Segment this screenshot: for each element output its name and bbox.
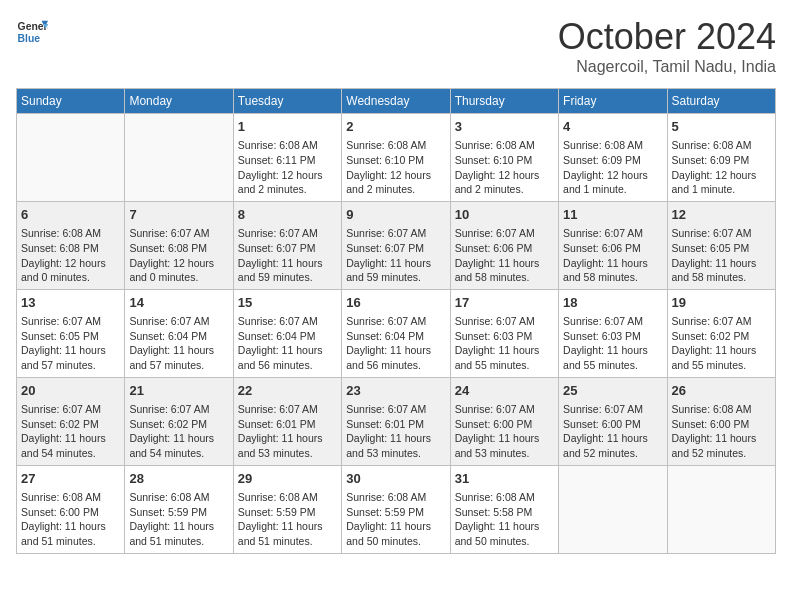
- day-info: and 53 minutes.: [346, 446, 445, 461]
- day-info: and 51 minutes.: [129, 534, 228, 549]
- day-number: 24: [455, 382, 554, 400]
- day-info: Daylight: 11 hours: [129, 519, 228, 534]
- svg-text:Blue: Blue: [18, 33, 41, 44]
- day-info: and 56 minutes.: [238, 358, 337, 373]
- day-info: Daylight: 11 hours: [346, 431, 445, 446]
- day-number: 30: [346, 470, 445, 488]
- day-info: Daylight: 11 hours: [21, 431, 120, 446]
- day-info: Sunset: 6:03 PM: [455, 329, 554, 344]
- day-info: Sunset: 6:04 PM: [238, 329, 337, 344]
- calendar-week-1: 1Sunrise: 6:08 AMSunset: 6:11 PMDaylight…: [17, 114, 776, 202]
- calendar-cell: 5Sunrise: 6:08 AMSunset: 6:09 PMDaylight…: [667, 114, 775, 202]
- weekday-header-tuesday: Tuesday: [233, 89, 341, 114]
- day-info: Daylight: 11 hours: [455, 256, 554, 271]
- day-info: Sunrise: 6:07 AM: [238, 314, 337, 329]
- day-info: Daylight: 12 hours: [346, 168, 445, 183]
- calendar-cell: 27Sunrise: 6:08 AMSunset: 6:00 PMDayligh…: [17, 465, 125, 553]
- day-info: Sunset: 6:09 PM: [563, 153, 662, 168]
- calendar-cell: 18Sunrise: 6:07 AMSunset: 6:03 PMDayligh…: [559, 289, 667, 377]
- day-number: 16: [346, 294, 445, 312]
- day-info: Sunset: 6:01 PM: [238, 417, 337, 432]
- day-number: 9: [346, 206, 445, 224]
- day-info: Daylight: 11 hours: [129, 343, 228, 358]
- day-info: Sunset: 6:10 PM: [455, 153, 554, 168]
- day-info: and 1 minute.: [672, 182, 771, 197]
- day-info: Sunset: 6:06 PM: [563, 241, 662, 256]
- day-info: Sunset: 5:58 PM: [455, 505, 554, 520]
- day-info: and 53 minutes.: [455, 446, 554, 461]
- day-info: and 58 minutes.: [672, 270, 771, 285]
- day-info: Daylight: 12 hours: [129, 256, 228, 271]
- day-info: Sunset: 6:08 PM: [21, 241, 120, 256]
- weekday-header-sunday: Sunday: [17, 89, 125, 114]
- calendar-cell: 24Sunrise: 6:07 AMSunset: 6:00 PMDayligh…: [450, 377, 558, 465]
- day-info: Sunset: 5:59 PM: [238, 505, 337, 520]
- day-info: and 58 minutes.: [455, 270, 554, 285]
- calendar-week-2: 6Sunrise: 6:08 AMSunset: 6:08 PMDaylight…: [17, 201, 776, 289]
- calendar-cell: 23Sunrise: 6:07 AMSunset: 6:01 PMDayligh…: [342, 377, 450, 465]
- day-info: Sunrise: 6:08 AM: [455, 138, 554, 153]
- day-info: Sunrise: 6:07 AM: [563, 226, 662, 241]
- calendar-cell: 14Sunrise: 6:07 AMSunset: 6:04 PMDayligh…: [125, 289, 233, 377]
- day-info: Sunrise: 6:08 AM: [672, 402, 771, 417]
- day-number: 23: [346, 382, 445, 400]
- day-info: Sunrise: 6:08 AM: [21, 226, 120, 241]
- day-info: Sunset: 6:02 PM: [672, 329, 771, 344]
- weekday-header-thursday: Thursday: [450, 89, 558, 114]
- day-info: Sunrise: 6:07 AM: [21, 314, 120, 329]
- day-info: Daylight: 11 hours: [672, 343, 771, 358]
- day-number: 27: [21, 470, 120, 488]
- day-info: and 53 minutes.: [238, 446, 337, 461]
- day-info: and 54 minutes.: [129, 446, 228, 461]
- day-info: and 52 minutes.: [672, 446, 771, 461]
- calendar-cell: [667, 465, 775, 553]
- day-number: 13: [21, 294, 120, 312]
- day-info: Sunrise: 6:08 AM: [129, 490, 228, 505]
- day-info: Sunrise: 6:08 AM: [672, 138, 771, 153]
- day-info: Sunrise: 6:08 AM: [238, 138, 337, 153]
- day-number: 31: [455, 470, 554, 488]
- calendar-cell: 28Sunrise: 6:08 AMSunset: 5:59 PMDayligh…: [125, 465, 233, 553]
- calendar-cell: 11Sunrise: 6:07 AMSunset: 6:06 PMDayligh…: [559, 201, 667, 289]
- day-info: Sunset: 6:10 PM: [346, 153, 445, 168]
- calendar-cell: 10Sunrise: 6:07 AMSunset: 6:06 PMDayligh…: [450, 201, 558, 289]
- calendar-cell: 7Sunrise: 6:07 AMSunset: 6:08 PMDaylight…: [125, 201, 233, 289]
- calendar-cell: 30Sunrise: 6:08 AMSunset: 5:59 PMDayligh…: [342, 465, 450, 553]
- page-header: General Blue October 2024 Nagercoil, Tam…: [16, 16, 776, 76]
- day-info: Sunrise: 6:08 AM: [21, 490, 120, 505]
- day-info: Sunrise: 6:07 AM: [21, 402, 120, 417]
- calendar-cell: 17Sunrise: 6:07 AMSunset: 6:03 PMDayligh…: [450, 289, 558, 377]
- day-info: and 55 minutes.: [563, 358, 662, 373]
- day-info: Sunset: 6:04 PM: [346, 329, 445, 344]
- calendar-cell: 2Sunrise: 6:08 AMSunset: 6:10 PMDaylight…: [342, 114, 450, 202]
- day-number: 4: [563, 118, 662, 136]
- day-info: Sunset: 6:02 PM: [129, 417, 228, 432]
- day-info: Daylight: 11 hours: [563, 343, 662, 358]
- day-number: 1: [238, 118, 337, 136]
- day-info: Sunset: 6:07 PM: [346, 241, 445, 256]
- calendar-cell: 13Sunrise: 6:07 AMSunset: 6:05 PMDayligh…: [17, 289, 125, 377]
- day-info: and 59 minutes.: [346, 270, 445, 285]
- location-subtitle: Nagercoil, Tamil Nadu, India: [558, 58, 776, 76]
- day-number: 12: [672, 206, 771, 224]
- day-info: and 57 minutes.: [21, 358, 120, 373]
- day-info: Sunset: 6:00 PM: [672, 417, 771, 432]
- day-info: Daylight: 12 hours: [563, 168, 662, 183]
- calendar-week-4: 20Sunrise: 6:07 AMSunset: 6:02 PMDayligh…: [17, 377, 776, 465]
- weekday-header-saturday: Saturday: [667, 89, 775, 114]
- day-info: Daylight: 11 hours: [672, 256, 771, 271]
- day-info: and 2 minutes.: [346, 182, 445, 197]
- day-info: Sunrise: 6:07 AM: [346, 226, 445, 241]
- day-info: Daylight: 11 hours: [238, 343, 337, 358]
- calendar-cell: 3Sunrise: 6:08 AMSunset: 6:10 PMDaylight…: [450, 114, 558, 202]
- day-number: 17: [455, 294, 554, 312]
- day-info: Sunset: 6:00 PM: [455, 417, 554, 432]
- day-info: Daylight: 11 hours: [563, 431, 662, 446]
- title-block: October 2024 Nagercoil, Tamil Nadu, Indi…: [558, 16, 776, 76]
- day-info: Sunrise: 6:07 AM: [238, 226, 337, 241]
- calendar-cell: 8Sunrise: 6:07 AMSunset: 6:07 PMDaylight…: [233, 201, 341, 289]
- day-info: and 58 minutes.: [563, 270, 662, 285]
- day-info: Sunrise: 6:07 AM: [563, 314, 662, 329]
- day-info: Daylight: 12 hours: [672, 168, 771, 183]
- day-info: Daylight: 12 hours: [21, 256, 120, 271]
